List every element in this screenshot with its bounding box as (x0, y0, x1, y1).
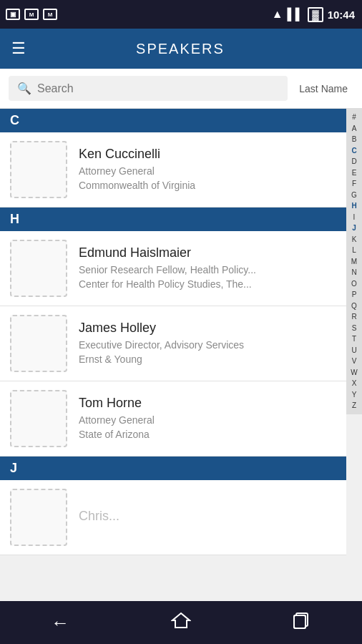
speaker-title: Executive Director, Advisory ServicesErn… (79, 338, 336, 366)
section-header-j: J (0, 457, 346, 480)
speaker-info: Tom Horne Attorney GeneralState of Arizo… (79, 396, 336, 441)
speaker-item-ken-cuccinelli[interactable]: Ken Cuccinelli Attorney GeneralCommonwea… (0, 132, 346, 208)
index-i[interactable]: I (346, 212, 362, 223)
wifi-icon: ▲ (272, 8, 283, 21)
speaker-avatar (10, 141, 67, 198)
time-display: 10:44 (328, 9, 355, 21)
app-header: ☰ SPEAKERS (0, 29, 362, 69)
index-o[interactable]: O (346, 278, 362, 290)
index-y[interactable]: Y (346, 389, 362, 401)
status-bar: ▣ M M ▲ ▌▌ ▓ 10:44 (0, 0, 362, 29)
back-button[interactable]: ← (39, 608, 82, 637)
signal-icon: ▌▌ (287, 8, 303, 21)
recent-apps-button[interactable] (280, 608, 323, 637)
section-letter-h: H (10, 212, 19, 227)
home-icon (171, 610, 191, 635)
index-p[interactable]: P (346, 289, 362, 301)
status-bar-right: ▲ ▌▌ ▓ 10:44 (272, 7, 355, 22)
gmail-alt-icon: M (43, 9, 57, 20)
alphabet-index-sidebar[interactable]: # A B C D E F G H I J K L M N O P Q R S … (346, 109, 362, 414)
search-input[interactable] (37, 82, 279, 95)
main-list-area: C Ken Cuccinelli Attorney GeneralCommonw… (0, 109, 362, 601)
index-t[interactable]: T (346, 333, 362, 345)
index-e[interactable]: E (346, 167, 362, 179)
index-c[interactable]: C (346, 145, 362, 157)
image-icon: ▣ (6, 9, 20, 20)
index-m[interactable]: M (346, 256, 362, 268)
index-v[interactable]: V (346, 356, 362, 367)
back-arrow-icon: ← (51, 612, 69, 634)
index-n[interactable]: N (346, 267, 362, 278)
svg-marker-0 (172, 613, 190, 628)
index-l[interactable]: L (346, 245, 362, 256)
search-input-wrapper[interactable]: 🔍 (9, 76, 288, 101)
speaker-info: Chris... (79, 509, 336, 527)
index-g[interactable]: G (346, 190, 362, 201)
speaker-avatar (10, 315, 67, 372)
index-u[interactable]: U (346, 345, 362, 356)
speaker-name: Ken Cuccinelli (79, 147, 336, 162)
speaker-info: James Holley Executive Director, Advisor… (79, 321, 336, 366)
index-w[interactable]: W (346, 367, 362, 379)
speaker-avatar (10, 489, 67, 546)
section-header-h: H (0, 208, 346, 231)
speaker-info: Edmund Haislmaier Senior Research Fellow… (79, 245, 336, 291)
section-letter-j: J (10, 461, 17, 476)
home-button[interactable] (160, 608, 202, 637)
section-letter-c: C (10, 113, 19, 128)
speaker-item-tom-horne[interactable]: Tom Horne Attorney GeneralState of Arizo… (0, 381, 346, 457)
bottom-navigation: ← (0, 601, 362, 644)
index-b[interactable]: B (346, 134, 362, 145)
speaker-title: Senior Research Fellow, Health Policy...… (79, 263, 336, 291)
speaker-item-chris[interactable]: Chris... (0, 480, 346, 555)
speaker-avatar (10, 240, 67, 297)
speaker-title: Attorney GeneralCommonwealth of Virginia (79, 165, 336, 192)
section-header-c: C (0, 109, 346, 132)
battery-icon: ▓ (308, 7, 323, 22)
speaker-name: James Holley (79, 321, 336, 336)
speakers-list: C Ken Cuccinelli Attorney GeneralCommonw… (0, 109, 362, 601)
search-icon: 🔍 (17, 82, 31, 95)
index-f[interactable]: F (346, 178, 362, 190)
index-q[interactable]: Q (346, 301, 362, 312)
index-d[interactable]: D (346, 156, 362, 167)
speaker-name: Tom Horne (79, 396, 336, 411)
hamburger-menu-button[interactable]: ☰ (11, 39, 26, 58)
index-hash[interactable]: # (346, 112, 362, 123)
index-k[interactable]: K (346, 234, 362, 245)
speaker-item-edmund-haislmaier[interactable]: Edmund Haislmaier Senior Research Fellow… (0, 231, 346, 306)
page-title: SPEAKERS (40, 41, 321, 57)
index-r[interactable]: R (346, 311, 362, 323)
gmail-icon: M (24, 9, 39, 20)
index-z[interactable]: Z (346, 400, 362, 411)
speaker-name: Chris... (79, 509, 336, 524)
last-name-button[interactable]: Last Name (293, 80, 353, 97)
speaker-info: Ken Cuccinelli Attorney GeneralCommonwea… (79, 147, 336, 192)
index-a[interactable]: A (346, 123, 362, 135)
speaker-title: Attorney GeneralState of Arizona (79, 414, 336, 441)
speaker-name: Edmund Haislmaier (79, 245, 336, 260)
recent-apps-icon (292, 610, 312, 635)
svg-rect-2 (294, 615, 305, 628)
index-j[interactable]: J (346, 223, 362, 234)
index-h[interactable]: H (346, 200, 362, 212)
speaker-item-james-holley[interactable]: James Holley Executive Director, Advisor… (0, 306, 346, 381)
index-s[interactable]: S (346, 323, 362, 334)
search-bar-container: 🔍 Last Name (0, 69, 362, 109)
speaker-avatar (10, 390, 67, 447)
status-bar-left-icons: ▣ M M (6, 9, 57, 20)
index-x[interactable]: X (346, 378, 362, 389)
